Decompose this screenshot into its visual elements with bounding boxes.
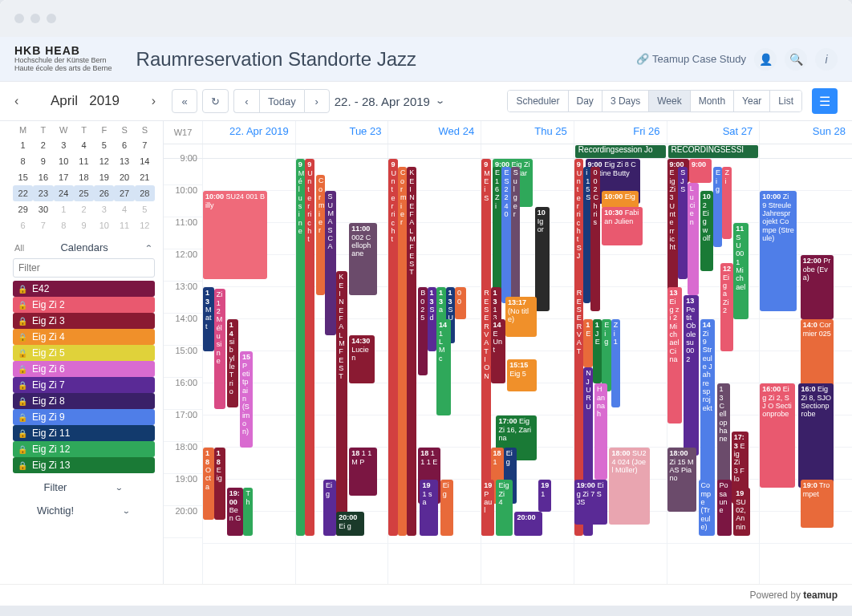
date-range[interactable]: 22. - 28. Apr 2019 ⌄ [335, 94, 445, 108]
day-column[interactable]: 9 UnterrichtCormierKEINE FALMFESTB02513 … [387, 159, 481, 584]
calendar-event[interactable]: 9 Unterricht SJ [574, 159, 583, 303]
mini-day[interactable]: 14 [135, 153, 155, 169]
calendar-event[interactable]: 00 [455, 287, 466, 319]
mini-day[interactable]: 22 [13, 185, 33, 201]
mini-day[interactable]: 8 [54, 217, 74, 233]
user-icon[interactable]: 👤 [754, 48, 777, 71]
mini-day[interactable]: 26 [94, 185, 114, 201]
mini-day[interactable]: 8 [13, 153, 33, 169]
calendar-event[interactable]: 18 Eig [214, 448, 225, 520]
calendar-item[interactable]: 🔒Eig Zi 9 [13, 409, 155, 425]
day-header-col[interactable]: Sun 28 [759, 121, 852, 144]
mini-day[interactable]: 5 [135, 201, 155, 217]
calendar-event[interactable]: Eig Zi 4 [496, 480, 513, 536]
view-year[interactable]: Year [734, 91, 770, 111]
calendar-event[interactable]: SU MAS CA [325, 191, 336, 335]
day-column[interactable]: 10:00 Zi 9 Streule Jahresprojekt Compe (… [759, 159, 852, 584]
calendar-event[interactable]: 19 SU 02, Annin [733, 488, 750, 536]
calendar-event[interactable]: 10:30 Fabian Julien [602, 207, 642, 245]
mini-day[interactable]: 10 [94, 217, 114, 233]
calendar-event[interactable]: 12:00 Probe (Eva) [801, 255, 834, 319]
calendar-event[interactable]: 20:00 [514, 512, 542, 536]
calendar-event[interactable]: 18:00 SU24 024 (Joel Müller) [609, 448, 649, 525]
calendar-event[interactable]: Th [243, 488, 252, 536]
view-list[interactable]: List [770, 91, 801, 111]
calendar-event[interactable]: 19:0 Trompet [801, 480, 834, 528]
calendar-event[interactable]: 11 SU 001 Michael [733, 223, 748, 319]
month-prev[interactable]: ‹ [11, 91, 22, 111]
mini-day[interactable]: 4 [114, 201, 134, 217]
calendar-event[interactable]: 13 Eig zi 2 Michael Cina [667, 287, 682, 424]
calendar-event[interactable]: 20:00 Ei g [336, 512, 363, 536]
mini-day[interactable]: 1 [54, 201, 74, 217]
calendar-event[interactable]: 18 1 1 M P [349, 448, 376, 496]
mini-day[interactable]: 5 [94, 137, 114, 153]
calendar-event[interactable]: 9 Unterricht [388, 159, 397, 536]
calendar-event[interactable]: Eig [440, 480, 453, 536]
mini-day[interactable]: 9 [74, 217, 94, 233]
calendar-event[interactable]: 14 E Unt [491, 319, 505, 383]
calendar-event[interactable]: 18:00 Zi 15 MAS Piano [667, 448, 697, 512]
calendar-event[interactable]: 18 Oct a [203, 448, 214, 520]
calendar-filter-input[interactable] [13, 258, 155, 278]
calendar-event[interactable]: 13 Sd [428, 287, 436, 351]
calendar-event[interactable]: Posaune [717, 480, 732, 536]
calendar-event[interactable]: 15 Petitpain (Simon) [240, 351, 253, 448]
mini-day[interactable]: 25 [74, 185, 94, 201]
calendar-item[interactable]: 🔒Eig Zi 3 [13, 313, 155, 329]
day-column[interactable]: 10:00 SU24 001 Billy13 MattZi 1 2 Mélusi… [202, 159, 295, 584]
day-column[interactable]: 9 M E i S9:00 Eig Zi 15 ig, MaraE 1 6 Z … [481, 159, 574, 584]
mini-day[interactable]: 30 [33, 201, 53, 217]
calendar-item[interactable]: 🔒Eig Zi 13 [13, 457, 155, 473]
calendar-item[interactable]: 🔒Eig Zi 8 [13, 393, 155, 409]
mini-day[interactable]: 19 [94, 169, 114, 185]
mini-day[interactable]: 2 [74, 201, 94, 217]
calendar-event[interactable]: Eig [602, 319, 611, 391]
calendar-event[interactable]: Compe (Treule) [699, 480, 716, 536]
mini-day[interactable]: 2 [33, 137, 53, 153]
case-study-link[interactable]: 🔗 Teamup Case Study [636, 53, 746, 65]
mini-day[interactable]: 3 [54, 137, 74, 153]
mini-day[interactable]: 1 [13, 137, 33, 153]
mini-day[interactable]: 18 [74, 169, 94, 185]
calendar-event[interactable]: KEINE FALMFEST [407, 167, 416, 536]
mini-day[interactable]: 12 [94, 153, 114, 169]
calendar-event[interactable]: 14 1 L M c [436, 319, 451, 415]
day-column[interactable]: 9:00 9:00 Eig Zi 3 UnterrichtSJ SLucien1… [667, 159, 760, 584]
mini-day[interactable]: 4 [74, 137, 94, 153]
go-start[interactable]: « [172, 89, 197, 113]
calendar-event[interactable]: 14:30 Lucien [349, 335, 375, 383]
mini-day[interactable]: 27 [114, 185, 134, 201]
mini-day[interactable]: 3 [94, 201, 114, 217]
calendar-event[interactable]: 14 sibylle Trio [227, 319, 238, 407]
mini-day[interactable]: 28 [135, 185, 155, 201]
calendar-event[interactable]: 10 2 Eig wolf [700, 191, 713, 271]
view-scheduler[interactable]: Scheduler [508, 91, 568, 111]
calendar-item[interactable]: 🔒Eig Zi 4 [13, 329, 155, 345]
calendar-item[interactable]: 🔒E42 [13, 281, 155, 297]
calendar-event[interactable]: E 1 6 Z i [493, 167, 501, 303]
mini-day[interactable]: 16 [33, 169, 53, 185]
mini-day[interactable]: 17 [54, 169, 74, 185]
calendar-event[interactable]: Eig [323, 480, 336, 536]
info-icon[interactable]: i [815, 48, 838, 71]
calendar-event[interactable]: 19:00 Ben G [227, 488, 244, 536]
calendar-event[interactable]: 1 J E [593, 319, 602, 383]
calendar-event[interactable]: 1 E [583, 319, 592, 367]
mini-day[interactable]: 7 [135, 137, 155, 153]
refresh-button[interactable]: ↻ [202, 89, 229, 113]
calendar-event[interactable]: 10:00 SU24 001 Billy [203, 191, 267, 279]
calendar-event[interactable]: 13 Petit Obolesu 002 [684, 295, 698, 456]
calendar-event[interactable]: 16:00 Eig Zi 2, SJ O Sectionprobe [760, 383, 795, 488]
allday-event[interactable]: Recordingsession Jo [575, 145, 666, 158]
chevron-up-icon[interactable]: ⌃ [144, 243, 153, 252]
view-month[interactable]: Month [691, 91, 734, 111]
calendar-event[interactable]: 9 Unterricht [305, 159, 314, 536]
calendar-event[interactable]: 12 Eig a Zi 2 [720, 263, 733, 351]
month-next[interactable]: › [148, 91, 159, 111]
calendar-event[interactable]: Zi [722, 167, 731, 239]
menu-button[interactable]: ☰ [812, 88, 838, 114]
calendar-event[interactable]: Zi 1 [611, 319, 620, 407]
view-3days[interactable]: 3 Days [602, 91, 649, 111]
calendar-item[interactable]: 🔒Eig Zi 7 [13, 377, 155, 393]
